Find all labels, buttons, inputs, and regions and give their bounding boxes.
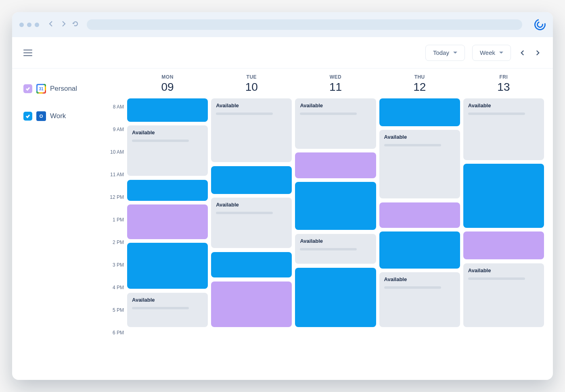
available-slot[interactable]: Available (211, 98, 292, 162)
calendar-event[interactable] (295, 182, 376, 230)
calendar-event[interactable] (127, 98, 208, 122)
available-slot[interactable]: Available (463, 98, 544, 160)
calendar-event[interactable] (379, 231, 460, 268)
calendar-event[interactable] (295, 268, 376, 327)
day-number: 12 (379, 81, 460, 94)
day-header: THU 12 (379, 74, 460, 98)
day-body[interactable]: AvailableAvailable (127, 98, 208, 380)
event-title: Available (468, 267, 539, 273)
browser-chrome (12, 12, 553, 37)
placeholder-line (132, 140, 189, 142)
url-bar[interactable] (87, 19, 522, 30)
day-of-week: MON (127, 74, 208, 80)
day-of-week: THU (379, 74, 460, 80)
view-dropdown[interactable]: Week (472, 45, 511, 61)
time-label: 8 AM (103, 104, 124, 127)
event-title: Available (468, 102, 539, 108)
event-title: Available (132, 129, 203, 136)
event-title: Available (384, 276, 455, 282)
placeholder-line (132, 307, 189, 309)
time-label: 1 PM (103, 217, 124, 240)
calendar-event[interactable] (211, 252, 292, 277)
day-of-week: FRI (463, 74, 544, 80)
app-window: Today Week Personal Work 8 AM9 AM10 AM11… (12, 12, 553, 380)
calendar-event[interactable] (127, 243, 208, 289)
time-label: 2 PM (103, 240, 124, 262)
day-body[interactable]: AvailableAvailable (463, 98, 544, 380)
calendar-event[interactable] (463, 164, 544, 227)
time-label: 5 PM (103, 307, 124, 330)
available-slot[interactable]: Available (295, 98, 376, 149)
event-title: Available (132, 297, 203, 303)
time-label: 10 AM (103, 149, 124, 172)
time-label: 9 AM (103, 127, 124, 149)
available-slot[interactable]: Available (463, 263, 544, 327)
calendar: 8 AM9 AM10 AM11 AM12 PM1 PM2 PM3 PM4 PM5… (103, 69, 553, 380)
available-slot[interactable]: Available (379, 130, 460, 198)
placeholder-line (384, 286, 441, 289)
day-header: WED 11 (295, 74, 376, 98)
day-of-week: TUE (211, 74, 292, 80)
view-label: Week (480, 49, 495, 56)
calendar-event[interactable] (463, 231, 544, 259)
calendar-event[interactable] (127, 180, 208, 201)
calendar-label: Personal (50, 85, 77, 93)
placeholder-line (216, 113, 273, 115)
day-header: MON 09 (127, 74, 208, 98)
day-body[interactable]: AvailableAvailable (295, 98, 376, 380)
calendar-event[interactable] (379, 98, 460, 126)
toolbar: Today Week (12, 37, 553, 69)
event-title: Available (216, 102, 287, 108)
placeholder-line (384, 144, 441, 146)
calendar-event[interactable] (211, 166, 292, 194)
time-label: 6 PM (103, 330, 124, 352)
available-slot[interactable]: Available (211, 198, 292, 248)
checkbox-icon (23, 112, 32, 121)
event-title: Available (300, 238, 371, 244)
day-number: 10 (211, 81, 292, 94)
time-axis: 8 AM9 AM10 AM11 AM12 PM1 PM2 PM3 PM4 PM5… (103, 74, 127, 380)
calendar-toggle-work[interactable]: Work (23, 108, 103, 124)
back-icon[interactable] (48, 21, 54, 29)
available-slot[interactable]: Available (127, 125, 208, 176)
day-body[interactable]: AvailableAvailable (211, 98, 292, 380)
checkbox-icon (23, 84, 32, 93)
time-label: 11 AM (103, 172, 124, 194)
day-number: 13 (463, 81, 544, 94)
menu-icon[interactable] (23, 50, 32, 56)
available-slot[interactable]: Available (295, 234, 376, 264)
calendar-toggle-personal[interactable]: Personal (23, 81, 103, 97)
chevron-down-icon (499, 52, 503, 54)
day-column: THU 12 AvailableAvailable (379, 74, 460, 380)
day-number: 09 (127, 81, 208, 94)
event-title: Available (384, 134, 455, 140)
placeholder-line (468, 277, 525, 280)
day-column: MON 09 AvailableAvailable (127, 74, 208, 380)
calendar-grid: MON 09 AvailableAvailable TUE 10 Availab… (127, 74, 553, 380)
calendar-event[interactable] (295, 152, 376, 178)
today-dropdown[interactable]: Today (425, 45, 465, 61)
time-label: 12 PM (103, 194, 124, 217)
reload-icon[interactable] (72, 21, 79, 29)
time-label: 3 PM (103, 262, 124, 285)
prev-button[interactable] (518, 50, 526, 56)
gcal-icon (36, 84, 46, 94)
day-column: WED 11 AvailableAvailable (295, 74, 376, 380)
day-body[interactable]: AvailableAvailable (379, 98, 460, 380)
placeholder-line (300, 248, 357, 250)
calendar-event[interactable] (127, 204, 208, 239)
day-header: TUE 10 (211, 74, 292, 98)
calendar-event[interactable] (211, 281, 292, 327)
next-button[interactable] (534, 50, 542, 56)
day-column: TUE 10 AvailableAvailable (211, 74, 292, 380)
available-slot[interactable]: Available (127, 293, 208, 327)
today-label: Today (433, 49, 449, 56)
day-number: 11 (295, 81, 376, 94)
calendar-event[interactable] (379, 202, 460, 228)
event-title: Available (300, 102, 371, 108)
available-slot[interactable]: Available (379, 272, 460, 327)
window-controls[interactable] (19, 23, 39, 27)
time-label: 4 PM (103, 285, 124, 307)
placeholder-line (300, 113, 357, 115)
forward-icon[interactable] (60, 21, 67, 29)
